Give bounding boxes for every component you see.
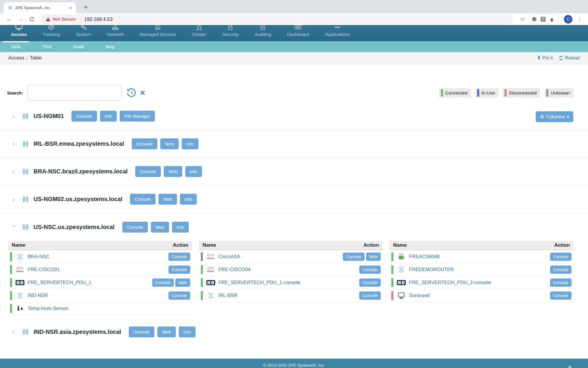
search-clear-icon[interactable]: × (140, 88, 145, 97)
tab-close-icon[interactable]: × (68, 5, 73, 10)
console-button[interactable]: Console (168, 291, 190, 300)
device-link[interactable]: FRE-CISCO04 (218, 267, 250, 272)
web-button[interactable]: Web (157, 326, 176, 337)
group-name[interactable]: US-NGM01 (34, 113, 64, 120)
device-link[interactable]: IRL-BSR (218, 293, 238, 298)
pin-it-button[interactable]: Pin it (537, 55, 553, 61)
group-name[interactable]: IRL-BSR.emea.zpesystems.local (34, 140, 124, 147)
bookmark-star-icon[interactable]: ☆ (520, 16, 525, 23)
device-link[interactable]: FRE_SERVERTECH_PDU_1-console (218, 280, 300, 285)
info-button[interactable]: Info (180, 194, 197, 205)
info-button[interactable]: Info (185, 166, 202, 177)
url-text[interactable]: 192.168.4.53 (84, 16, 113, 22)
console-button[interactable]: Console (152, 279, 174, 287)
chevron-right-icon[interactable]: › (12, 330, 16, 334)
status-legend: Connected In-Use Disconnected Unknown (439, 88, 573, 97)
extension-circle-icon[interactable] (532, 17, 537, 21)
device-link[interactable]: FRE-CISCO01 (28, 267, 60, 272)
nav-item-dashboard[interactable]: Dashboard (279, 25, 317, 41)
device-link[interactable]: FREDEMOROUTER (409, 267, 454, 272)
console-button[interactable]: Console (168, 253, 190, 261)
console-button[interactable]: Console (343, 253, 364, 261)
console-button[interactable]: Console (359, 291, 381, 300)
tab-table[interactable]: Table (0, 41, 31, 52)
nav-item-network[interactable]: Network (99, 25, 132, 41)
tab-node[interactable]: Node (63, 41, 94, 52)
chevron-right-icon[interactable]: › (12, 142, 16, 146)
device-link[interactable]: Temp-Hum-Sensor (28, 306, 68, 311)
tab-map[interactable]: Map (94, 41, 126, 52)
console-button[interactable]: Console (550, 291, 572, 300)
console-button[interactable]: Console (132, 138, 157, 149)
table-row: IND-NSR Console (8, 289, 192, 302)
device-link[interactable]: BRA-NSC (28, 254, 49, 259)
nav-item-auditing[interactable]: Auditing (247, 25, 279, 41)
tab-tree[interactable]: Tree (31, 41, 63, 52)
console-button[interactable]: Console (550, 266, 572, 274)
back-icon[interactable]: ← (4, 16, 15, 23)
console-button[interactable]: Console (135, 166, 161, 177)
console-button[interactable]: Console (359, 279, 381, 287)
scroll-top-icon[interactable]: ▲ (567, 363, 573, 368)
chevron-down-icon[interactable]: › (12, 225, 16, 229)
device-link[interactable]: IND-NSR (28, 293, 48, 298)
nav-item-applications[interactable]: Applications (317, 25, 358, 41)
extension-question-icon[interactable]: ? (541, 17, 546, 22)
columns-button[interactable]: ⚙ Columns ▾ (536, 111, 573, 122)
info-button[interactable]: Info (182, 138, 198, 149)
console-button[interactable]: Console (168, 266, 190, 274)
chevron-right-icon[interactable]: › (12, 197, 16, 201)
console-button[interactable]: Console (550, 253, 572, 261)
group-row-us-ngm02: › US-NGM02.us.zpesystems.local Console W… (0, 185, 588, 213)
nav-item-tracking[interactable]: Tracking (35, 25, 68, 41)
reload-button[interactable]: Reload (559, 55, 580, 61)
group-name[interactable]: BRA-NSC.brazil.zpesystems.local (34, 168, 128, 175)
nav-item-cluster[interactable]: Cluster (184, 25, 214, 41)
nav-item-access[interactable]: Access (3, 25, 35, 41)
console-button[interactable]: Console (359, 266, 381, 274)
device-link[interactable]: FREACS6048 (409, 254, 440, 259)
console-button[interactable]: Console (122, 222, 148, 233)
puzzle-icon[interactable] (550, 17, 555, 22)
not-secure-label[interactable]: Not Secure (53, 16, 76, 22)
console-button[interactable]: Console (130, 194, 156, 205)
new-tab-button[interactable]: + (82, 4, 90, 12)
console-button[interactable]: Console (129, 326, 154, 337)
web-button[interactable]: Web (158, 194, 177, 205)
console-button[interactable]: Console (550, 279, 572, 287)
info-button[interactable]: Info (100, 111, 117, 122)
profile-avatar[interactable]: C (564, 15, 572, 24)
chevron-right-icon[interactable]: › (12, 114, 16, 118)
url-bar[interactable]: Not Secure 192.168.4.53 (41, 14, 514, 24)
nav-item-system[interactable]: System (68, 25, 99, 41)
browser-tab[interactable]: ZPE Systems®, Inc. × (4, 2, 76, 13)
table-row: FRE_SERVERTECH_PDU_2-console Console (390, 276, 573, 289)
web-button[interactable]: Web (151, 222, 169, 233)
info-button[interactable]: Info (179, 326, 196, 337)
in-use-color-bar (477, 89, 479, 97)
search-input[interactable] (27, 85, 122, 101)
group-name[interactable]: IND-NSR.asia.zpesystems.local (34, 329, 121, 335)
browser-menu-icon[interactable]: ⋮ (575, 16, 584, 22)
nav-item-managed-devices[interactable]: Managed Devices (132, 25, 184, 41)
status-bar-disconnected (391, 291, 393, 300)
nav-item-security[interactable]: Security (214, 25, 247, 41)
chevron-right-icon[interactable]: › (12, 170, 16, 174)
group-name[interactable]: US-NGM02.us.zpesystems.local (34, 196, 122, 203)
device-link[interactable]: FRE_SERVERTECH_PDU_1 (28, 280, 91, 285)
info-button[interactable]: Info (172, 222, 189, 233)
forward-icon[interactable]: → (15, 16, 26, 23)
web-button[interactable]: Web (160, 138, 179, 149)
web-button[interactable]: Web (175, 279, 190, 287)
device-link[interactable]: FRE_SERVERTECH_PDU_2-console (409, 280, 491, 285)
console-button[interactable]: Console (71, 111, 97, 122)
web-button[interactable]: Web (164, 166, 182, 177)
browser-reload-icon[interactable] (26, 16, 37, 22)
device-link[interactable]: Sonicwall (409, 293, 430, 298)
group-row-us-nsc: › US-NSC.us.zpesystems.local Console Web… (0, 213, 588, 241)
group-name[interactable]: US-NSC.us.zpesystems.local (34, 224, 115, 231)
web-button[interactable]: Web (366, 253, 381, 261)
search-history-icon[interactable] (126, 88, 136, 98)
device-link[interactable]: CiscoASA (218, 254, 240, 259)
file-manager-button[interactable]: File Manager (120, 111, 155, 122)
